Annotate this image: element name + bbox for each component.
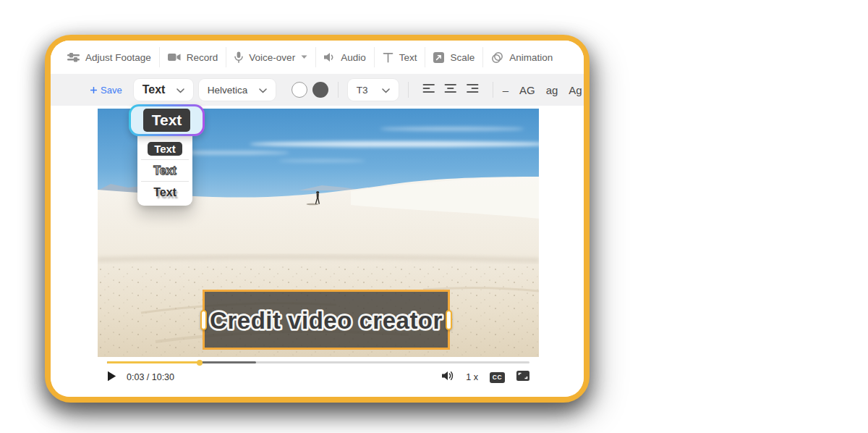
adjust-sliders-icon xyxy=(67,52,80,62)
text-style-value: Text xyxy=(142,83,166,96)
chevron-down-icon xyxy=(176,83,184,96)
captions-button[interactable]: CC xyxy=(490,372,505,383)
style-option-shadow-label: Text xyxy=(153,186,176,199)
align-center-icon xyxy=(444,83,457,96)
player-controls: 0:03 / 10:30 1 x CC xyxy=(98,363,539,391)
text-style-dropdown[interactable]: Text xyxy=(134,79,193,101)
format-toolbar: Save Text Helvetica T3 xyxy=(51,74,584,106)
playback-speed-button[interactable]: 1 x xyxy=(466,372,478,382)
style-menu-panel: Text Text Text xyxy=(137,136,192,206)
editor-window-content: Adjust Footage Record xyxy=(51,41,584,397)
toolbar-item-adjust-footage[interactable]: Adjust Footage xyxy=(59,46,159,68)
text-size-value: T3 xyxy=(357,85,368,96)
style-option-solid[interactable]: Text xyxy=(137,138,192,159)
case-none-button[interactable]: – xyxy=(503,84,509,96)
format-divider xyxy=(493,82,493,98)
toolbar-item-label: Scale xyxy=(450,52,475,63)
toolbar-item-label: Text xyxy=(399,52,417,63)
style-option-shadow[interactable]: Text xyxy=(137,182,192,203)
font-family-value: Helvetica xyxy=(208,85,248,96)
text-overlay-box[interactable]: Credit video creator xyxy=(203,290,450,350)
align-right-button[interactable] xyxy=(461,80,483,99)
toolbar-item-label: Adjust Footage xyxy=(85,52,151,63)
fullscreen-button[interactable] xyxy=(516,371,529,384)
progress-bar[interactable] xyxy=(107,361,529,363)
scale-icon xyxy=(433,52,444,63)
style-option-solid-label: Text xyxy=(148,142,182,156)
lowercase-button[interactable]: ag xyxy=(546,84,558,96)
toolbar-item-voice-over[interactable]: Voice-over xyxy=(226,46,315,68)
style-option-outline[interactable]: Text xyxy=(137,160,192,181)
volume-icon xyxy=(442,371,454,384)
text-size-dropdown[interactable]: T3 xyxy=(348,79,399,101)
text-icon xyxy=(383,52,393,63)
format-divider xyxy=(408,82,409,98)
uppercase-button[interactable]: AG xyxy=(519,84,535,96)
letter-case-options: AG ag Ag xyxy=(519,84,582,96)
volume-button[interactable] xyxy=(442,371,454,384)
caret-down-icon xyxy=(301,55,307,59)
align-right-icon xyxy=(466,83,479,96)
page-background: Adjust Footage Record xyxy=(0,0,868,433)
chevron-down-icon xyxy=(382,85,390,96)
style-menu-selected-inner: Text xyxy=(131,106,203,134)
progress-handle[interactable] xyxy=(197,360,203,366)
text-color-swatch[interactable] xyxy=(292,82,307,98)
toolbar-item-label: Audio xyxy=(341,52,366,63)
align-center-button[interactable] xyxy=(440,80,461,99)
fullscreen-icon xyxy=(516,371,529,384)
toolbar-item-text[interactable]: Text xyxy=(375,46,425,68)
animation-icon xyxy=(491,51,503,64)
editor-window: Adjust Footage Record xyxy=(45,35,590,403)
toolbar-item-label: Voice-over xyxy=(249,52,295,63)
toolbar-item-record[interactable]: Record xyxy=(160,46,226,68)
style-selected-label: Text xyxy=(143,109,191,131)
chevron-down-icon xyxy=(259,85,267,96)
progress-played xyxy=(107,361,200,363)
toolbar-item-label: Record xyxy=(187,52,218,63)
plus-icon xyxy=(90,85,97,96)
speaker-icon xyxy=(324,52,335,62)
text-background-swatch[interactable] xyxy=(312,82,328,98)
titlecase-button[interactable]: Ag xyxy=(569,84,582,96)
camera-icon xyxy=(168,53,181,62)
play-button[interactable] xyxy=(107,371,116,384)
toolbar-item-animation[interactable]: Animation xyxy=(483,46,561,68)
style-option-outline-label: Text xyxy=(153,164,176,177)
format-divider xyxy=(338,82,339,98)
toolbar-item-scale[interactable]: Scale xyxy=(425,46,482,68)
align-left-icon xyxy=(422,83,435,96)
toolbar-item-label: Animation xyxy=(509,52,553,63)
player-controls-right: 1 x CC xyxy=(442,371,529,384)
play-icon xyxy=(107,371,116,384)
save-label: Save xyxy=(101,85,122,96)
microphone-icon xyxy=(234,51,243,63)
save-button[interactable]: Save xyxy=(90,85,122,96)
toolbar-item-audio[interactable]: Audio xyxy=(316,46,374,68)
overlay-text[interactable]: Credit video creator xyxy=(210,307,443,334)
align-left-button[interactable] xyxy=(418,80,440,99)
font-family-dropdown[interactable]: Helvetica xyxy=(199,79,276,101)
style-menu-selected[interactable]: Text xyxy=(129,104,205,136)
main-toolbar: Adjust Footage Record xyxy=(51,41,584,74)
time-display: 0:03 / 10:30 xyxy=(127,372,174,382)
